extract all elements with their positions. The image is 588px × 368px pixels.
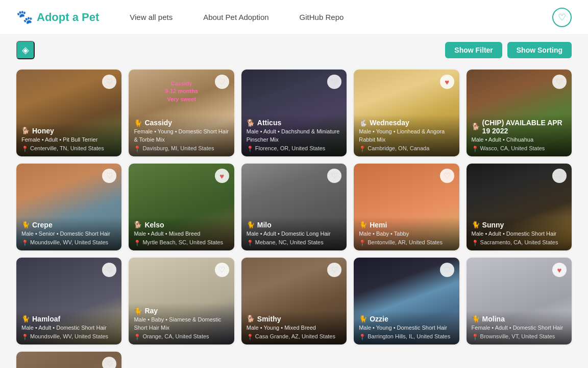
pet-card-hemi[interactable]: ♡ 🐈 Hemi Male • Baby • Tabby 📍 Bentonvil… <box>354 164 459 250</box>
toolbar-actions: Show Filter Show Sorting <box>445 42 572 58</box>
favorite-button[interactable]: ♥ <box>215 169 229 183</box>
pet-name-row: 🐕 Smithy <box>247 315 341 323</box>
favorite-button[interactable]: ♡ <box>552 169 567 183</box>
card-overlay: 🐇 Wednesday Male • Young • Lionhead & An… <box>354 114 459 156</box>
pet-name: Atticus <box>257 119 281 127</box>
pet-name-row: 🐇 Wednesday <box>359 119 454 127</box>
pet-card-cassidy[interactable]: Cassidy9-12 monthsVery sweet ♡ 🐈 Cassidy… <box>129 70 234 156</box>
pet-info: Male • Young • Lionhead & Angora Rabbit … <box>359 128 454 144</box>
pet-image: ♡ 🐕 Atticus Male • Adult • Dachshund & M… <box>241 70 347 156</box>
pet-name-row: 🐕 Atticus <box>247 119 341 127</box>
pet-card-ray[interactable]: ♡ 🐈 Ray Male • Baby • Siamese & Domestic… <box>129 258 234 344</box>
pet-location: 📍 Centerville, TN, United States <box>21 145 116 152</box>
pet-location: 📍 Wasco, CA, United States <box>472 145 567 152</box>
location-text: Mebane, NC, United States <box>255 239 324 245</box>
pet-name: Ozzie <box>370 315 388 323</box>
pet-label-text: Cassidy9-12 monthsVery sweet <box>165 80 198 103</box>
pet-location: 📍 Myrtle Beach, SC, United States <box>134 239 229 246</box>
pet-name-row: 🐈 Ozzie <box>359 315 454 323</box>
pet-info: Female • Adult • Pit Bull Terrier <box>21 136 116 144</box>
favorite-button[interactable]: ♥ <box>552 263 567 277</box>
favorite-button[interactable]: ♡ <box>440 169 454 183</box>
favorite-button[interactable]: ♡ <box>102 263 116 277</box>
favorite-button[interactable]: ♡ <box>102 75 116 89</box>
favorite-button[interactable]: ♡ <box>440 263 454 277</box>
pet-card-smithy[interactable]: ♡ 🐕 Smithy Male • Young • Mixed Breed 📍 … <box>241 258 347 344</box>
show-sorting-button[interactable]: Show Sorting <box>507 42 572 58</box>
location-icon: 📍 <box>134 334 141 340</box>
location-icon: 📍 <box>359 334 366 340</box>
location-text: Davisburg, MI, United States <box>142 145 214 151</box>
pet-image: ♡ 🐈 Milo Male • Adult • Domestic Long Ha… <box>241 164 347 250</box>
pet-location: 📍 Bentonville, AR, United States <box>359 239 454 246</box>
pet-image: ♥ 🐈 Molina Female • Adult • Domestic Sho… <box>467 258 572 344</box>
pet-card-crepe[interactable]: ♡ 🐈 Crepe Male • Senior • Domestic Short… <box>16 164 121 250</box>
pet-name-row: 🐈 Crepe <box>21 221 116 229</box>
pet-name: Honey <box>32 127 54 135</box>
pet-name-row: 🐕 Kelso <box>134 221 229 229</box>
favorite-button[interactable]: ♡ <box>215 263 229 277</box>
species-icon: 🐕 <box>134 221 142 228</box>
species-icon: 🐈 <box>134 307 142 315</box>
pet-card-chip[interactable]: ♡ 🐕 (CHIP) AVAILABLE APR 19 2022 Male • … <box>467 70 572 156</box>
species-icon: 🐕 <box>247 119 255 127</box>
card-overlay: 🐈 Sunny Male • Adult • Domestic Short Ha… <box>467 217 572 250</box>
favorites-button[interactable]: ♡ <box>552 8 572 27</box>
pet-card-hamloaf[interactable]: ♡ 🐈 Hamloaf Male • Adult • Domestic Shor… <box>16 258 121 344</box>
species-icon: 🐈 <box>359 315 367 323</box>
pet-name: (CHIP) AVAILABLE APR 19 2022 <box>482 119 567 135</box>
species-icon: 🐕 <box>247 315 255 323</box>
location-icon: 📍 <box>359 240 366 246</box>
pet-image: ♡ 🐕 Honey Female • Adult • Pit Bull Terr… <box>16 70 121 156</box>
pet-image: ♡ 🐈 Hamloaf Male • Adult • Domestic Shor… <box>16 258 121 344</box>
favorite-button[interactable]: ♡ <box>102 169 116 183</box>
pet-name: Cassidy <box>144 119 172 127</box>
logo[interactable]: 🐾 Adopt a Pet <box>16 9 99 25</box>
pet-info: Male • Adult • Mixed Breed <box>134 230 229 238</box>
pet-card-kelso[interactable]: ♥ 🐕 Kelso Male • Adult • Mixed Breed 📍 M… <box>129 164 234 250</box>
nav-about[interactable]: About Pet Adoption <box>203 13 268 21</box>
nav-github[interactable]: GitHub Repo <box>300 13 344 21</box>
show-filter-button[interactable]: Show Filter <box>445 42 502 58</box>
pet-card-tabby[interactable]: ♡ 🐕 TABBY Female • Baby • Beagle 📍 Buckh… <box>16 352 121 368</box>
pet-card-atticus[interactable]: ♡ 🐕 Atticus Male • Adult • Dachshund & M… <box>241 70 347 156</box>
pet-name: Molina <box>482 315 505 323</box>
pet-card-sunny[interactable]: ♡ 🐈 Sunny Male • Adult • Domestic Short … <box>467 164 572 250</box>
pet-image: ♡ 🐕 TABBY Female • Baby • Beagle 📍 Buckh… <box>16 352 121 368</box>
favorite-button[interactable]: ♡ <box>215 75 229 89</box>
pet-name-row: 🐈 Ray <box>134 307 229 315</box>
pet-info: Male • Senior • Domestic Short Hair <box>21 230 116 238</box>
pet-info: Male • Young • Mixed Breed <box>247 324 341 332</box>
map-button[interactable]: ◈ <box>16 41 35 59</box>
heart-icon: ♡ <box>558 12 566 23</box>
location-icon: 📍 <box>472 146 479 152</box>
favorite-button[interactable]: ♡ <box>552 75 567 89</box>
card-overlay: 🐈 Crepe Male • Senior • Domestic Short H… <box>16 217 121 250</box>
pet-info: Male • Baby • Tabby <box>359 230 454 238</box>
pet-name: Hemi <box>370 221 387 229</box>
card-overlay: 🐕 (CHIP) AVAILABLE APR 19 2022 Male • Ad… <box>467 114 572 156</box>
pet-card-wednesday[interactable]: ♥ 🐇 Wednesday Male • Young • Lionhead & … <box>354 70 459 156</box>
favorite-button[interactable]: ♡ <box>102 357 116 368</box>
pet-name: Milo <box>257 221 272 229</box>
location-text: Barrington Hills, IL, United States <box>368 333 450 339</box>
favorite-button[interactable]: ♡ <box>327 169 341 183</box>
pet-name: Ray <box>144 307 158 315</box>
pet-card-ozzie[interactable]: ♡ 🐈 Ozzie Male • Young • Domestic Short … <box>354 258 459 344</box>
pet-name: Smithy <box>257 315 281 323</box>
favorite-button[interactable]: ♥ <box>440 75 454 89</box>
pet-name-row: 🐕 (CHIP) AVAILABLE APR 19 2022 <box>472 119 567 135</box>
pet-card-honey[interactable]: ♡ 🐕 Honey Female • Adult • Pit Bull Terr… <box>16 70 121 156</box>
card-overlay: 🐕 Atticus Male • Adult • Dachshund & Min… <box>241 114 347 156</box>
location-icon: 📍 <box>21 146 29 152</box>
favorite-button[interactable]: ♡ <box>327 75 341 89</box>
favorite-button[interactable]: ♡ <box>327 263 341 277</box>
location-icon: 📍 <box>247 146 254 152</box>
map-icon: ◈ <box>22 44 29 56</box>
pet-card-milo[interactable]: ♡ 🐈 Milo Male • Adult • Domestic Long Ha… <box>241 164 347 250</box>
location-icon: 📍 <box>134 240 141 246</box>
card-overlay: 🐈 Hamloaf Male • Adult • Domestic Short … <box>16 311 121 344</box>
card-overlay: 🐈 Milo Male • Adult • Domestic Long Hair… <box>241 217 347 250</box>
pet-card-molina[interactable]: ♥ 🐈 Molina Female • Adult • Domestic Sho… <box>467 258 572 344</box>
nav-view-all[interactable]: View all pets <box>130 13 173 21</box>
